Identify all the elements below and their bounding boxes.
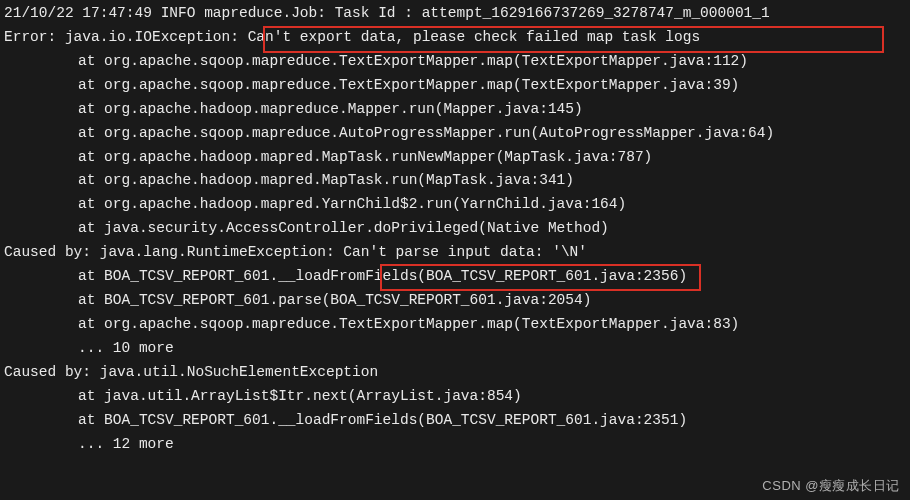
log-line: at org.apache.hadoop.mapred.YarnChild$2.… <box>4 193 906 217</box>
log-line: at org.apache.sqoop.mapreduce.TextExport… <box>4 50 906 74</box>
log-line: at org.apache.hadoop.mapreduce.Mapper.ru… <box>4 98 906 122</box>
log-line: Caused by: java.lang.RuntimeException: C… <box>4 241 906 265</box>
log-line: at BOA_TCSV_REPORT_601.__loadFromFields(… <box>4 265 906 289</box>
log-line: at org.apache.hadoop.mapred.MapTask.run(… <box>4 169 906 193</box>
log-line: ... 12 more <box>4 433 906 457</box>
log-line: at BOA_TCSV_REPORT_601.__loadFromFields(… <box>4 409 906 433</box>
log-line: Error: java.io.IOException: Can't export… <box>4 26 906 50</box>
log-line: Caused by: java.util.NoSuchElementExcept… <box>4 361 906 385</box>
log-line: 21/10/22 17:47:49 INFO mapreduce.Job: Ta… <box>4 2 906 26</box>
watermark-text: CSDN @瘦瘦成长日记 <box>762 475 900 496</box>
terminal-log: 21/10/22 17:47:49 INFO mapreduce.Job: Ta… <box>0 0 910 459</box>
log-line: at org.apache.hadoop.mapred.MapTask.runN… <box>4 146 906 170</box>
log-line: at java.security.AccessController.doPriv… <box>4 217 906 241</box>
log-line: at org.apache.sqoop.mapreduce.AutoProgre… <box>4 122 906 146</box>
log-line: at BOA_TCSV_REPORT_601.parse(BOA_TCSV_RE… <box>4 289 906 313</box>
log-line: at org.apache.sqoop.mapreduce.TextExport… <box>4 313 906 337</box>
log-line: ... 10 more <box>4 337 906 361</box>
log-line: at java.util.ArrayList$Itr.next(ArrayLis… <box>4 385 906 409</box>
log-line: at org.apache.sqoop.mapreduce.TextExport… <box>4 74 906 98</box>
